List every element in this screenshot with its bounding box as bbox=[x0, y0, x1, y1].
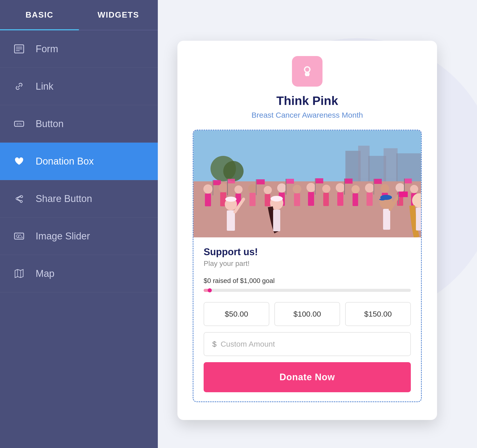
goal-text: $0 raised of $1,000 goal bbox=[204, 277, 411, 285]
heart-icon bbox=[13, 155, 25, 168]
event-image bbox=[193, 130, 421, 237]
support-title: Support us! bbox=[204, 247, 411, 257]
image-slider-icon bbox=[13, 230, 25, 242]
image-slider-label: Image Slider bbox=[36, 231, 90, 242]
sidebar-tabs: BASIC WIDGETS bbox=[0, 0, 158, 30]
form-icon bbox=[13, 43, 25, 55]
svg-text:BTN: BTN bbox=[17, 123, 22, 126]
main-content: Think Pink Breast Cancer Awareness Month bbox=[158, 0, 477, 448]
sidebar-item-button[interactable]: BTN Button bbox=[0, 105, 158, 143]
card-title: Think Pink bbox=[193, 94, 422, 108]
button-icon: BTN bbox=[13, 117, 25, 130]
donation-card: Think Pink Breast Cancer Awareness Month bbox=[177, 41, 437, 420]
form-label: Form bbox=[36, 44, 58, 55]
progress-bar-fill bbox=[204, 289, 210, 292]
amount-btn-50[interactable]: $50.00 bbox=[204, 302, 269, 326]
donation-content: Support us! Play your part! $0 raised of… bbox=[193, 237, 421, 401]
custom-amount-field[interactable]: $ Custom Amount bbox=[204, 332, 411, 356]
sidebar-item-map[interactable]: Map bbox=[0, 255, 158, 292]
tab-basic[interactable]: BASIC bbox=[0, 0, 79, 30]
donation-box-label: Donation Box bbox=[36, 156, 94, 167]
progress-bar-container bbox=[204, 289, 411, 292]
svg-rect-85 bbox=[193, 130, 421, 237]
svg-point-7 bbox=[16, 235, 19, 237]
tab-widgets[interactable]: WIDGETS bbox=[79, 0, 158, 30]
sidebar-item-image-slider[interactable]: Image Slider bbox=[0, 218, 158, 255]
card-header: Think Pink Breast Cancer Awareness Month bbox=[193, 56, 422, 119]
progress-dot bbox=[208, 288, 212, 292]
button-label: Button bbox=[36, 118, 64, 129]
sidebar: BASIC WIDGETS Form Link BTN bbox=[0, 0, 158, 448]
custom-amount-placeholder: Custom Amount bbox=[221, 340, 275, 348]
link-icon bbox=[13, 80, 25, 93]
map-icon bbox=[13, 267, 25, 280]
amount-btn-100[interactable]: $100.00 bbox=[274, 302, 340, 326]
donate-now-button[interactable]: Donate Now bbox=[204, 362, 411, 392]
sidebar-item-link[interactable]: Link bbox=[0, 68, 158, 105]
map-label: Map bbox=[36, 268, 54, 279]
sidebar-item-donation-box[interactable]: Donation Box bbox=[0, 143, 158, 180]
card-subtitle: Breast Cancer Awareness Month bbox=[193, 111, 422, 119]
support-subtitle: Play your part! bbox=[204, 260, 411, 268]
share-icon bbox=[13, 192, 25, 205]
dollar-sign: $ bbox=[212, 340, 217, 348]
amount-buttons: $50.00 $100.00 $150.00 bbox=[204, 302, 411, 326]
amount-btn-150[interactable]: $150.00 bbox=[345, 302, 411, 326]
sidebar-item-share-button[interactable]: Share Button bbox=[0, 180, 158, 218]
link-label: Link bbox=[36, 81, 53, 92]
ribbon-logo bbox=[292, 56, 322, 87]
svg-point-10 bbox=[305, 67, 309, 72]
share-button-label: Share Button bbox=[36, 193, 92, 204]
sidebar-item-form[interactable]: Form bbox=[0, 30, 158, 68]
donation-box: Support us! Play your part! $0 raised of… bbox=[193, 130, 422, 402]
